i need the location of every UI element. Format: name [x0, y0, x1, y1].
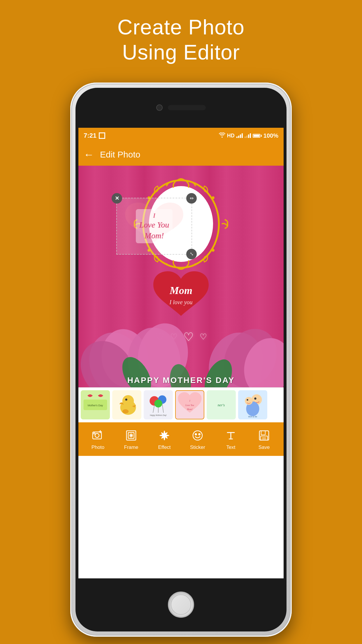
home-button-inner — [171, 594, 191, 615]
sticker-selected-box[interactable]: I Love You Mom! ✕ ⤡ ⇔ — [116, 198, 192, 255]
svg-text:Mom & Me: Mom & Me — [248, 416, 257, 418]
svg-text:Happy Mothers Day!: Happy Mothers Day! — [150, 414, 167, 416]
svg-point-37 — [254, 398, 256, 400]
page-background: Create Photo Using Editor 7:21 — [0, 0, 362, 644]
save-icon — [256, 428, 272, 443]
svg-line-28 — [153, 406, 154, 413]
save-label: Save — [259, 444, 270, 450]
back-button[interactable]: ← — [84, 148, 94, 161]
svg-rect-44 — [94, 433, 95, 434]
page-title: Create Photo Using Editor — [117, 15, 245, 65]
nav-bar: ← Edit Photo — [78, 144, 284, 166]
phone-mockup: 7:21 HD — [70, 83, 292, 637]
svg-point-24 — [122, 410, 129, 414]
title-line2: Using Editor — [122, 41, 240, 64]
svg-point-3 — [212, 196, 215, 199]
status-left: 7:21 — [84, 132, 105, 139]
sticker-thumb-4[interactable]: I Love You Mom! — [175, 390, 204, 419]
status-right: HD — [219, 132, 278, 139]
status-square-icon — [99, 132, 105, 139]
text-icon — [223, 428, 238, 443]
signal-icon — [236, 133, 243, 138]
wifi-icon — [219, 132, 225, 139]
effect-label: Effect — [158, 444, 171, 450]
sticker-scale-handle[interactable]: ⤡ — [186, 249, 197, 259]
status-bar: 7:21 HD — [78, 128, 284, 144]
frame-label: Frame — [124, 444, 138, 450]
svg-point-43 — [95, 433, 99, 438]
toolbar-save[interactable]: Save — [251, 428, 277, 450]
sticker-thumb-6[interactable]: Mom & Me — [238, 390, 267, 419]
svg-point-23 — [125, 399, 127, 401]
photo-label: Photo — [92, 444, 104, 450]
sticker-line2: Love You — [139, 220, 169, 230]
svg-rect-54 — [261, 431, 265, 435]
toolbar-frame[interactable]: Frame — [118, 428, 144, 450]
speaker — [168, 105, 206, 110]
sticker-thumb-5[interactable]: ner's — [207, 390, 236, 419]
svg-text:Mother's Day: Mother's Day — [88, 404, 103, 407]
svg-point-27 — [154, 400, 162, 407]
phone-screen: 7:21 HD — [78, 128, 284, 578]
flowers-area — [78, 282, 284, 387]
sticker-icon — [190, 428, 205, 443]
photo-canvas[interactable]: I Love You Mom! ✕ ⤡ ⇔ — [78, 166, 284, 387]
toolbar-sticker[interactable]: Sticker — [184, 428, 211, 450]
bottom-toolbar: Photo Frame — [78, 422, 284, 456]
phone-top-sensors — [156, 104, 206, 111]
svg-rect-55 — [261, 436, 268, 440]
sticker-flip-handle[interactable]: ⇔ — [186, 193, 197, 204]
status-time: 7:21 — [84, 132, 96, 139]
title-line1: Create Photo — [117, 15, 245, 39]
svg-text:I: I — [189, 400, 190, 402]
sticker-line3: Mom! — [139, 230, 169, 241]
front-camera — [156, 104, 163, 111]
frame-icon — [124, 428, 139, 443]
sticker-label: Sticker — [190, 444, 205, 450]
svg-text:Mom!: Mom! — [187, 408, 193, 411]
battery-percent: 100% — [263, 132, 278, 139]
photo-icon — [90, 428, 106, 443]
home-button[interactable] — [168, 592, 194, 618]
effect-icon — [157, 428, 172, 443]
toolbar-effect[interactable]: Effect — [151, 428, 178, 450]
svg-point-22 — [122, 395, 134, 407]
svg-point-5 — [212, 249, 215, 252]
svg-point-51 — [195, 433, 197, 435]
hd-label: HD — [227, 133, 235, 139]
text-label: Text — [226, 444, 235, 450]
sticker-thumb-3[interactable]: Happy Mothers Day! — [144, 390, 173, 419]
battery-icon — [253, 134, 262, 138]
sticker-thumb-2[interactable] — [112, 390, 141, 419]
svg-point-52 — [199, 433, 200, 435]
svg-text:ner's: ner's — [218, 403, 225, 407]
mothers-day-text: HAPPY MOTHER'S DAY — [78, 376, 284, 387]
sticker-delete-handle[interactable]: ✕ — [112, 193, 122, 204]
svg-text:Love You: Love You — [185, 404, 194, 407]
sticker-thumb-1[interactable]: Mother's Day — [81, 390, 110, 419]
svg-point-50 — [193, 431, 202, 440]
toolbar-photo[interactable]: Photo — [85, 428, 111, 450]
nav-title: Edit Photo — [100, 150, 140, 160]
svg-point-40 — [247, 399, 248, 400]
svg-line-29 — [162, 404, 164, 413]
toolbar-text[interactable]: Text — [218, 428, 244, 450]
sticker-row[interactable]: Mother's Day — [78, 387, 284, 422]
svg-point-49 — [163, 434, 166, 437]
svg-point-48 — [131, 435, 132, 436]
sticker-text-content: I Love You Mom! — [117, 198, 191, 254]
sticker-line1: I — [139, 211, 169, 220]
signal-icon-2 — [245, 133, 251, 138]
